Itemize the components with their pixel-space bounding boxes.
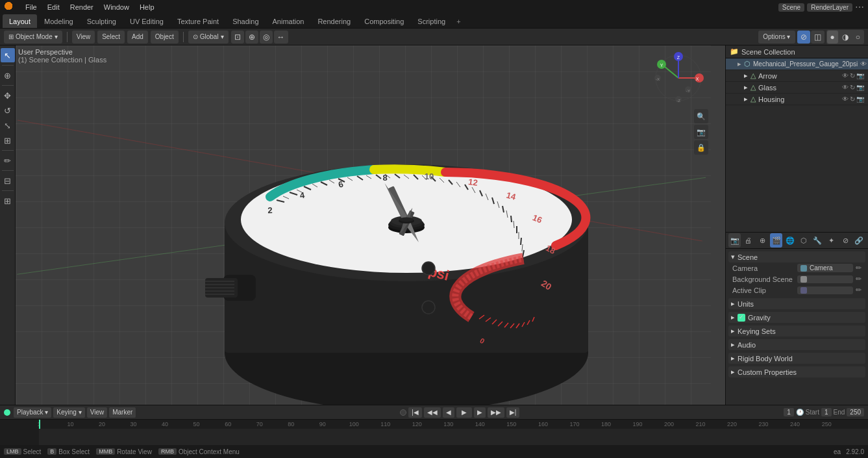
material-shading[interactable]: ◑ bbox=[839, 31, 852, 44]
scene-selector[interactable]: Scene bbox=[778, 3, 804, 12]
tab-texture-paint[interactable]: Texture Paint bbox=[171, 14, 225, 28]
camera-value[interactable]: Camera bbox=[797, 264, 853, 272]
transform-pivot-icon[interactable]: ◎ bbox=[260, 31, 273, 44]
units-header[interactable]: ▸ Units bbox=[728, 298, 865, 309]
navigation-gizmo[interactable]: X Y Z -X -Y -Z bbox=[652, 52, 704, 104]
bg-scene-edit-icon[interactable]: ✏ bbox=[856, 275, 862, 283]
playback-menu[interactable]: Playback ▾ bbox=[14, 407, 51, 418]
arrow-visibility-icon[interactable]: 👁 bbox=[842, 72, 849, 79]
tab-sculpting[interactable]: Sculpting bbox=[81, 14, 123, 28]
marker-menu[interactable]: Marker bbox=[109, 407, 136, 418]
tab-compositing[interactable]: Compositing bbox=[358, 14, 410, 28]
menu-render[interactable]: Render bbox=[66, 2, 98, 12]
housing-select-icon[interactable]: ↻ bbox=[850, 95, 855, 103]
housing-render-icon[interactable]: 📷 bbox=[856, 95, 864, 103]
visibility-icon[interactable]: 👁 bbox=[860, 60, 867, 68]
prev-frame-button[interactable]: ◀ bbox=[443, 407, 454, 418]
tab-shading[interactable]: Shading bbox=[226, 14, 265, 28]
annotate-tool[interactable]: ✏ bbox=[1, 153, 15, 168]
transform-global[interactable]: ⊙ Global ▾ bbox=[188, 31, 229, 44]
play-button[interactable]: ▶ bbox=[456, 407, 472, 418]
rendered-shading[interactable]: ○ bbox=[852, 31, 863, 44]
keying-sets-header[interactable]: ▸ Keying Sets bbox=[728, 325, 865, 337]
zoom-in-icon[interactable]: 🔍 bbox=[694, 109, 708, 123]
tab-layout[interactable]: Layout bbox=[3, 14, 37, 28]
xray-icon[interactable]: ◫ bbox=[811, 31, 825, 44]
glass-select-icon[interactable]: ↻ bbox=[850, 84, 855, 91]
add-workspace-button[interactable]: + bbox=[453, 14, 464, 28]
proportional-edit-icon[interactable]: ⊕ bbox=[245, 31, 258, 44]
jump-start-button[interactable]: |◀ bbox=[408, 407, 422, 418]
menu-window[interactable]: Window bbox=[99, 2, 134, 12]
cursor-tool[interactable]: ⊕ bbox=[1, 68, 15, 83]
scene-props-icon[interactable]: 🎬 bbox=[770, 233, 782, 248]
view-menu-timeline[interactable]: View bbox=[87, 407, 108, 418]
custom-props-header[interactable]: ▸ Custom Properties bbox=[728, 366, 865, 377]
object-props-icon[interactable]: ⬡ bbox=[797, 233, 810, 248]
next-keyframe-button[interactable]: ▶▶ bbox=[488, 407, 504, 418]
collection-item-housing[interactable]: ▸ △ Housing 👁 ↻ 📷 bbox=[726, 94, 868, 105]
viewport[interactable]: User Perspective (1) Scene Collection | … bbox=[16, 45, 711, 431]
engine-icon[interactable]: ⋯ bbox=[855, 2, 864, 12]
mode-selector[interactable]: ⊞ Object Mode ▾ bbox=[4, 31, 62, 44]
tab-rendering[interactable]: Rendering bbox=[311, 14, 357, 28]
world-props-icon[interactable]: 🌐 bbox=[784, 233, 796, 248]
collection-item-arrow[interactable]: ▸ △ Arrow 👁 ↻ 📷 bbox=[726, 70, 868, 82]
rigid-body-header[interactable]: ▸ Rigid Body World bbox=[728, 353, 865, 364]
particles-props-icon[interactable]: ✦ bbox=[825, 233, 837, 248]
add-menu[interactable]: Add bbox=[127, 31, 148, 44]
scene-section-header[interactable]: ▾ Scene bbox=[728, 251, 865, 262]
collection-item-gauge[interactable]: ▸ ⬡ Mechanical_Pressure_Gauge_20psi 👁 ↻ … bbox=[726, 58, 868, 70]
record-button[interactable] bbox=[400, 409, 406, 416]
add-tool[interactable]: ⊞ bbox=[1, 194, 15, 208]
render-layer-selector[interactable]: RenderLayer bbox=[807, 3, 852, 12]
snap-icon[interactable]: ⊡ bbox=[231, 31, 244, 44]
menu-edit[interactable]: Edit bbox=[43, 2, 64, 12]
current-frame-display[interactable]: 1 bbox=[784, 408, 794, 416]
lock-view-icon[interactable]: 🔒 bbox=[694, 140, 708, 155]
end-frame-display[interactable]: 250 bbox=[847, 408, 864, 416]
tab-modeling[interactable]: Modeling bbox=[38, 14, 80, 28]
menu-file[interactable]: File bbox=[21, 2, 42, 12]
housing-visibility-icon[interactable]: 👁 bbox=[842, 95, 849, 103]
tab-animation[interactable]: Animation bbox=[266, 14, 311, 28]
modifier-props-icon[interactable]: 🔧 bbox=[812, 233, 824, 248]
timeline-track[interactable]: 1 10 20 30 40 50 60 70 80 90 100 110 120… bbox=[0, 420, 868, 445]
camera-view-icon[interactable]: 📷 bbox=[694, 125, 708, 139]
tab-scripting[interactable]: Scripting bbox=[411, 14, 452, 28]
active-clip-edit-icon[interactable]: ✏ bbox=[856, 286, 862, 294]
options-btn[interactable]: Options ▾ bbox=[758, 31, 795, 44]
glass-render-icon[interactable]: 📷 bbox=[856, 84, 864, 91]
camera-edit-icon[interactable]: ✏ bbox=[856, 264, 862, 272]
prev-keyframe-button[interactable]: ◀◀ bbox=[424, 407, 441, 418]
menu-help[interactable]: Help bbox=[135, 2, 159, 12]
gravity-header[interactable]: ▸ ✓ Gravity bbox=[728, 312, 865, 323]
collection-item-glass[interactable]: ▸ △ Glass 👁 ↻ 📷 bbox=[726, 82, 868, 94]
rotate-tool[interactable]: ↺ bbox=[1, 103, 15, 118]
view-layer-props-icon[interactable]: ⊕ bbox=[756, 233, 769, 248]
arrow-render-icon[interactable]: 📷 bbox=[856, 72, 864, 79]
frame-range-area[interactable] bbox=[39, 429, 868, 445]
gravity-checkbox[interactable]: ✓ bbox=[738, 314, 745, 322]
bg-scene-value[interactable] bbox=[797, 275, 853, 283]
move-tool[interactable]: ✥ bbox=[1, 88, 15, 103]
select-menu[interactable]: Select bbox=[97, 31, 125, 44]
scale-tool[interactable]: ⤡ bbox=[1, 118, 15, 133]
output-props-icon[interactable]: 🖨 bbox=[742, 233, 754, 248]
solid-shading[interactable]: ● bbox=[827, 31, 838, 44]
physics-props-icon[interactable]: ⊘ bbox=[839, 233, 851, 248]
render-props-icon[interactable]: 📷 bbox=[728, 233, 741, 248]
view-menu[interactable]: View bbox=[72, 31, 95, 44]
constraints-props-icon[interactable]: 🔗 bbox=[853, 233, 865, 248]
transform-tool[interactable]: ⊞ bbox=[1, 133, 15, 147]
select-tool[interactable]: ↖ bbox=[1, 48, 15, 62]
glass-visibility-icon[interactable]: 👁 bbox=[842, 84, 849, 91]
object-menu[interactable]: Object bbox=[151, 31, 179, 44]
transform-orient-icon[interactable]: ↔ bbox=[274, 31, 288, 44]
audio-header[interactable]: ▸ Audio bbox=[728, 339, 865, 350]
tab-uv-editing[interactable]: UV Editing bbox=[123, 14, 170, 28]
start-frame-display[interactable]: 1 bbox=[821, 408, 832, 416]
overlay-icon[interactable]: ⊘ bbox=[797, 31, 810, 44]
next-frame-button[interactable]: ▶ bbox=[474, 407, 486, 418]
measure-tool[interactable]: ⊟ bbox=[1, 173, 15, 188]
